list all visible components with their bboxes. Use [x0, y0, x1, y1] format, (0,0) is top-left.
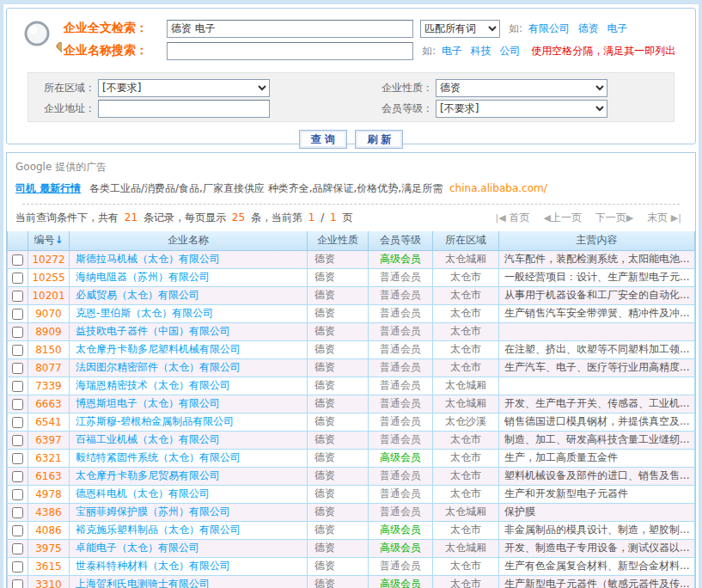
row-checkbox[interactable] — [12, 525, 23, 536]
row-checkbox[interactable] — [12, 399, 23, 410]
row-checkbox[interactable] — [12, 561, 23, 573]
summary-text: 当前查询条件下，共有 — [15, 211, 119, 224]
row-checkbox[interactable] — [12, 363, 23, 374]
row-checkbox[interactable] — [12, 254, 23, 266]
row-checkbox[interactable] — [12, 345, 23, 356]
company-name-link[interactable]: 益技欧电子器件（中国）有限公司 — [76, 325, 230, 337]
company-name-link[interactable]: 江苏斯穆-碧根柏金属制品有限公司 — [76, 415, 234, 427]
current-page: 1 — [308, 211, 315, 224]
row-checkbox-cell — [8, 575, 28, 588]
row-checkbox[interactable] — [12, 291, 23, 302]
company-name-cell: 上海贺利氏电测骑士有限公司 — [70, 575, 308, 588]
company-region: 太仓市 — [433, 521, 499, 539]
fulltext-search-input[interactable] — [167, 20, 413, 38]
table-row: 4978 德恩科电机（太仓）有限公司 德资 普通会员 太仓市 生产和开发新型电子… — [8, 485, 695, 503]
fulltext-search-label: 企业全文检索： — [64, 21, 167, 36]
header-name: 企业名称 — [70, 231, 308, 250]
company-name-link[interactable]: 海瑞恩精密技术（太仓）有限公司 — [76, 379, 230, 391]
company-name-link[interactable]: 太仓摩丹卡勒多尼塑料机械有限公司 — [76, 343, 241, 355]
member-grade-badge: 高级会员 — [380, 578, 421, 588]
company-nature: 德资 — [308, 467, 369, 485]
company-name-cell: 太仓摩丹卡勒多尼贸易有限公司 — [70, 467, 308, 485]
name-search-input[interactable] — [167, 42, 413, 60]
first-page-button[interactable]: |◀ 首页 — [496, 211, 530, 224]
name-search-row: 企业名称搜索： 如: 电子 科技 公司 使用空格分隔，满足其一即列出 — [64, 40, 695, 62]
prev-page-button[interactable]: ◀上一页 — [543, 211, 581, 224]
match-mode-select[interactable]: 匹配所有词 — [420, 20, 500, 38]
company-name-link[interactable]: 上海贺利氏电测骑士有限公司 — [76, 578, 210, 588]
header-id[interactable]: 编号↓ — [28, 231, 70, 250]
member-grade-badge: 普通会员 — [380, 397, 421, 409]
company-name-cell: 法因图尔精密部件（太仓）有限公司 — [70, 358, 308, 377]
row-checkbox[interactable] — [12, 273, 23, 284]
row-checkbox[interactable] — [12, 435, 23, 446]
company-name-link[interactable]: 斯德拉马机械（太仓）有限公司 — [76, 253, 220, 265]
row-checkbox[interactable] — [12, 381, 23, 392]
table-row: 10272 斯德拉马机械（太仓）有限公司 德资 高级会员 太仓城厢 汽车配件，装… — [8, 250, 695, 268]
refresh-button[interactable]: 刷 新 — [355, 130, 403, 149]
member-grade-badge: 高级会员 — [380, 524, 421, 536]
company-name-link[interactable]: 法因图尔精密部件（太仓）有限公司 — [76, 361, 241, 373]
row-checkbox[interactable] — [12, 489, 23, 500]
row-checkbox[interactable] — [12, 417, 23, 428]
company-name-link[interactable]: 必威贸易（太仓）有限公司 — [76, 289, 199, 301]
company-main-business: 开发、生产电子开关、传感器、工业机... — [499, 395, 695, 413]
ads-provider-label: Google 提供的广告 — [15, 160, 687, 175]
example-link-keji[interactable]: 科技 — [471, 45, 491, 57]
company-name-link[interactable]: 裕克施乐塑料制品（太仓）有限公司 — [76, 524, 241, 536]
company-id: 8909 — [28, 322, 70, 340]
company-name-link[interactable]: 德恩科电机（太仓）有限公司 — [76, 487, 210, 499]
company-name-link[interactable]: 毅结特紧固件系统（太仓）有限公司 — [76, 451, 241, 463]
nature-select[interactable]: 德资 — [436, 79, 607, 97]
region-select[interactable]: [不要求] — [98, 79, 270, 97]
company-name-cell: 博恩斯坦电子（太仓）有限公司 — [70, 395, 308, 413]
row-checkbox[interactable] — [12, 579, 23, 588]
member-grade-badge: 高级会员 — [380, 253, 421, 265]
member-grade-cell: 普通会员 — [369, 304, 433, 322]
row-checkbox[interactable] — [12, 471, 23, 482]
header-nature: 企业性质 — [308, 231, 369, 250]
row-checkbox[interactable] — [12, 309, 23, 320]
company-name-link[interactable]: 卓能电子（太仓）有限公司 — [76, 542, 199, 554]
member-grade-badge: 普通会员 — [380, 361, 421, 373]
company-name-link[interactable]: 博恩斯坦电子（太仓）有限公司 — [76, 397, 220, 409]
record-count-summary: 当前查询条件下，共有 21 条记录，每页显示 25 条，当前第 1 / 1 页 — [15, 211, 353, 225]
next-page-button[interactable]: 下一页▶ — [595, 211, 633, 224]
company-name-link[interactable]: 世泰科特种材料（太仓）有限公司 — [76, 560, 230, 572]
example-link-limited-company[interactable]: 有限公司 — [528, 22, 570, 34]
summary-text: 条，当前第 — [251, 211, 302, 224]
ad-url-link[interactable]: china.alibaba.com/ — [449, 182, 547, 194]
company-nature: 德资 — [308, 413, 369, 431]
company-name-link[interactable]: 百福工业机械（太仓）有限公司 — [76, 433, 220, 445]
example-link-dezi[interactable]: 德资 — [578, 22, 599, 34]
company-name-link[interactable]: 太仓摩丹卡勒多尼贸易有限公司 — [76, 469, 220, 481]
row-checkbox-cell — [8, 449, 28, 467]
grade-select[interactable]: [不要求] — [436, 100, 607, 118]
member-grade-cell: 普通会员 — [369, 503, 433, 521]
last-page-button[interactable]: 末页 ▶| — [647, 211, 681, 224]
company-name-link[interactable]: 宝丽菲姆保护膜（苏州）有限公司 — [76, 505, 230, 518]
company-name-cell: 海纳电阻器（苏州）有限公司 — [70, 268, 308, 286]
table-row: 3615 世泰科特种材料（太仓）有限公司 德资 普通会员 太仓市 生产有色金属复… — [8, 557, 695, 575]
example-link-gongsi[interactable]: 公司 — [500, 45, 521, 57]
ad-title-link[interactable]: 司机 最新行情 — [15, 182, 81, 194]
example-link-dianzi2[interactable]: 电子 — [442, 45, 462, 57]
member-grade-badge: 普通会员 — [380, 505, 421, 518]
company-name-link[interactable]: 海纳电阻器（苏州）有限公司 — [76, 271, 210, 283]
row-checkbox[interactable] — [12, 507, 23, 518]
company-region: 太仓市 — [433, 575, 499, 588]
member-grade-cell: 普通会员 — [369, 431, 433, 449]
magnifier-icon — [21, 19, 62, 60]
table-row: 6397 百福工业机械（太仓）有限公司 德资 普通会员 太仓市 制造、加工、研发… — [8, 431, 695, 449]
row-checkbox[interactable] — [12, 543, 23, 554]
row-checkbox[interactable] — [12, 327, 23, 338]
address-input[interactable] — [98, 100, 270, 118]
company-region: 太仓市 — [433, 358, 499, 377]
query-button[interactable]: 查 询 — [299, 130, 347, 149]
example-link-dianzi[interactable]: 电子 — [607, 22, 628, 34]
row-checkbox-cell — [8, 557, 28, 575]
row-checkbox[interactable] — [12, 453, 23, 464]
company-name-link[interactable]: 克恩-里伯斯（太仓）有限公司 — [76, 307, 213, 319]
table-row: 6321 毅结特紧固件系统（太仓）有限公司 德资 高级会员 太仓市 生产，加工高… — [8, 449, 695, 467]
table-row: 8909 益技欧电子器件（中国）有限公司 德资 普通会员 太仓市 — [8, 322, 695, 340]
